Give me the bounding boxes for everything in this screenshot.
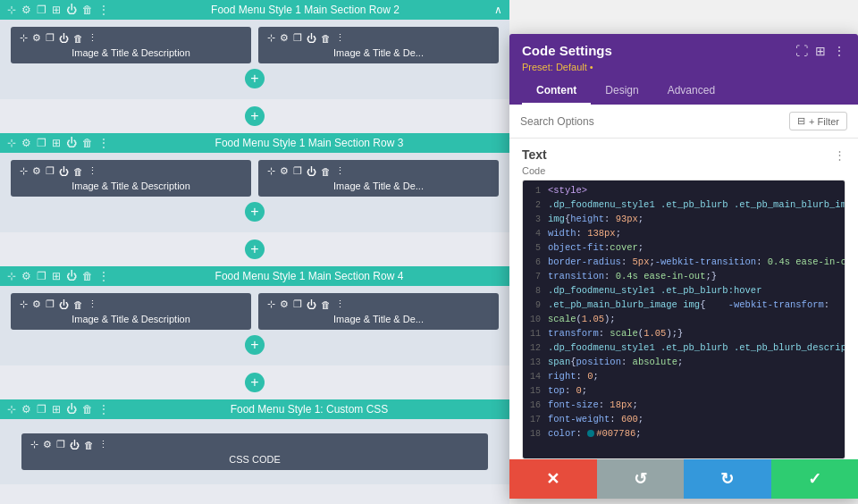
move-icon[interactable]: ⊹ — [7, 403, 16, 416]
section-custom-css-header[interactable]: ⊹ ⚙ ❐ ⊞ ⏻ 🗑 ⋮ Food Menu Style 1: Custom … — [0, 399, 509, 419]
gear-icon[interactable]: ⚙ — [21, 403, 31, 416]
move-icon[interactable]: ⊹ — [20, 165, 28, 177]
copy-icon[interactable]: ❐ — [56, 439, 65, 450]
move-icon[interactable]: ⊹ — [7, 4, 16, 16]
add-between-rows-3[interactable]: + — [0, 236, 509, 263]
trash-icon[interactable]: 🗑 — [321, 33, 331, 44]
power-icon[interactable]: ⏻ — [307, 166, 316, 177]
text-section-dots[interactable]: ⋮ — [834, 148, 845, 162]
trash-icon[interactable]: 🗑 — [321, 166, 331, 177]
copy-icon[interactable]: ❐ — [37, 4, 46, 16]
tab-design[interactable]: Design — [591, 78, 652, 105]
dots-icon[interactable]: ⋮ — [98, 137, 109, 149]
gear-icon[interactable]: ⚙ — [21, 4, 31, 16]
gear-icon[interactable]: ⚙ — [32, 32, 41, 44]
power-icon[interactable]: ⏻ — [66, 4, 77, 16]
trash-icon[interactable]: 🗑 — [82, 137, 93, 149]
module-block-4[interactable]: ⊹ ⚙ ❐ ⏻ 🗑 ⋮ Image & Title & De... — [258, 160, 499, 197]
copy-icon[interactable]: ❐ — [46, 165, 55, 177]
power-icon[interactable]: ⏻ — [59, 299, 69, 310]
gear-icon[interactable]: ⚙ — [43, 439, 52, 450]
dots-icon[interactable]: ⋮ — [98, 403, 109, 416]
power-icon[interactable]: ⏻ — [307, 33, 316, 44]
add-circle-icon[interactable]: + — [245, 69, 265, 88]
module-block-6[interactable]: ⊹ ⚙ ❐ ⏻ 🗑 ⋮ Image & Title & De... — [258, 293, 499, 330]
move-icon[interactable]: ⊹ — [7, 270, 16, 282]
dots-icon[interactable]: ⋮ — [88, 165, 97, 177]
copy-icon[interactable]: ❐ — [46, 32, 55, 44]
dots-icon[interactable]: ⋮ — [335, 32, 345, 44]
add-circle-icon-3[interactable]: + — [245, 202, 265, 222]
confirm-button[interactable]: ✓ — [771, 459, 859, 499]
section-row-3-header[interactable]: ⊹ ⚙ ❐ ⊞ ⏻ 🗑 ⋮ Food Menu Style 1 Main Sec… — [0, 133, 509, 153]
gear-icon[interactable]: ⚙ — [32, 298, 41, 310]
trash-icon[interactable]: 🗑 — [73, 33, 83, 44]
tab-advanced[interactable]: Advanced — [653, 78, 729, 105]
gear-icon[interactable]: ⚙ — [21, 270, 31, 282]
dots-icon[interactable]: ⋮ — [335, 165, 345, 177]
gear-icon[interactable]: ⚙ — [280, 32, 289, 44]
grid-icon[interactable]: ⊞ — [52, 403, 61, 416]
power-icon[interactable]: ⏻ — [59, 166, 69, 177]
module-block-2[interactable]: ⊹ ⚙ ❐ ⏻ 🗑 ⋮ Image & Title & De... — [258, 27, 499, 63]
copy-icon[interactable]: ❐ — [293, 165, 302, 177]
add-section-icon-3[interactable]: + — [245, 239, 265, 259]
move-icon[interactable]: ⊹ — [30, 439, 38, 450]
dots-icon[interactable]: ⋮ — [98, 270, 109, 282]
copy-icon[interactable]: ❐ — [293, 298, 302, 310]
trash-icon[interactable]: 🗑 — [84, 440, 94, 450]
search-input[interactable] — [520, 115, 784, 128]
code-editor-inner[interactable]: 1 <style> 2 .dp_foodmenu_style1 .et_pb_b… — [523, 181, 845, 458]
grid-icon[interactable]: ⊞ — [52, 4, 61, 16]
power-icon[interactable]: ⏻ — [307, 299, 316, 310]
add-row-2-btn[interactable]: + — [11, 69, 499, 88]
power-icon[interactable]: ⏻ — [66, 403, 77, 416]
code-editor[interactable]: 1 <style> 2 .dp_foodmenu_style1 .et_pb_b… — [522, 180, 845, 459]
add-circle-icon-4[interactable]: + — [245, 335, 265, 355]
css-code-block[interactable]: ⊹ ⚙ ❐ ⏻ 🗑 ⋮ CSS CODE — [21, 433, 488, 470]
dots-icon[interactable]: ⋮ — [833, 44, 845, 58]
dots-icon[interactable]: ⋮ — [88, 298, 97, 310]
grid-icon[interactable]: ⊞ — [52, 270, 61, 282]
add-section-icon-4[interactable]: + — [245, 373, 265, 392]
dots-icon[interactable]: ⋮ — [335, 298, 345, 310]
move-icon[interactable]: ⊹ — [20, 298, 28, 310]
trash-icon[interactable]: 🗑 — [82, 270, 93, 282]
move-icon[interactable]: ⊹ — [267, 32, 275, 44]
add-section-icon[interactable]: + — [245, 106, 265, 126]
power-icon[interactable]: ⏻ — [70, 440, 80, 450]
dots-icon[interactable]: ⋮ — [88, 32, 97, 44]
trash-icon[interactable]: 🗑 — [73, 166, 83, 177]
move-icon[interactable]: ⊹ — [267, 165, 275, 177]
module-block-3[interactable]: ⊹ ⚙ ❐ ⏻ 🗑 ⋮ Image & Title & Description — [11, 160, 251, 197]
copy-icon[interactable]: ❐ — [37, 137, 46, 149]
tab-content[interactable]: Content — [522, 78, 591, 105]
grid-icon[interactable]: ⊞ — [52, 137, 61, 149]
trash-icon[interactable]: 🗑 — [73, 299, 83, 310]
power-icon[interactable]: ⏻ — [66, 270, 77, 282]
filter-button[interactable]: ⊟ + Filter — [789, 112, 847, 130]
module-block-5[interactable]: ⊹ ⚙ ❐ ⏻ 🗑 ⋮ Image & Title & Description — [11, 293, 251, 330]
dots-icon[interactable]: ⋮ — [98, 439, 108, 450]
cancel-button[interactable]: ✕ — [509, 459, 597, 499]
add-row-3-btn[interactable]: + — [11, 202, 499, 222]
section-row-4-header[interactable]: ⊹ ⚙ ❐ ⊞ ⏻ 🗑 ⋮ Food Menu Style 1 Main Sec… — [0, 266, 509, 286]
copy-icon[interactable]: ❐ — [293, 32, 302, 44]
chevron-up-icon[interactable]: ∧ — [494, 4, 502, 16]
reset-button[interactable]: ↺ — [597, 459, 685, 499]
copy-icon[interactable]: ❐ — [46, 298, 55, 310]
trash-icon[interactable]: 🗑 — [82, 403, 93, 416]
power-icon[interactable]: ⏻ — [66, 137, 77, 149]
power-icon[interactable]: ⏻ — [59, 33, 69, 44]
module-block-1[interactable]: ⊹ ⚙ ❐ ⏻ 🗑 ⋮ Image & Title & Description — [11, 27, 251, 63]
gear-icon[interactable]: ⚙ — [280, 165, 289, 177]
trash-icon[interactable]: 🗑 — [82, 4, 93, 16]
move-icon[interactable]: ⊹ — [20, 32, 28, 44]
add-between-rows[interactable]: + — [0, 103, 509, 130]
redo-button[interactable]: ↻ — [684, 459, 771, 499]
add-between-rows-4[interactable]: + — [0, 369, 509, 396]
gear-icon[interactable]: ⚙ — [280, 298, 289, 310]
move-icon[interactable]: ⊹ — [7, 137, 16, 149]
dots-icon[interactable]: ⋮ — [98, 4, 109, 16]
section-row-2-header[interactable]: ⊹ ⚙ ❐ ⊞ ⏻ 🗑 ⋮ Food Menu Style 1 Main Sec… — [0, 0, 509, 20]
